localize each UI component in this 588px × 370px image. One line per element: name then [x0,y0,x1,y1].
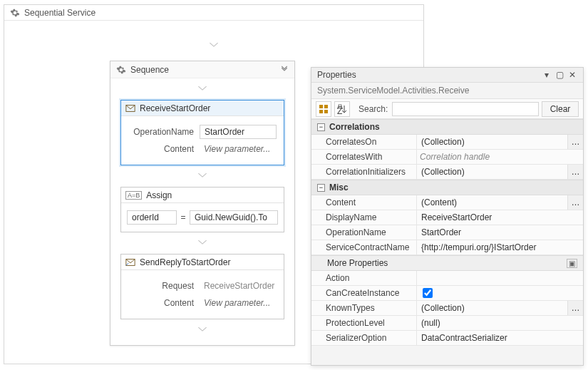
prop-row-operationname: OperationName [311,225,583,240]
properties-titlebar[interactable]: Properties ▾ ▢ ✕ [311,68,583,83]
prop-value-input[interactable] [420,210,580,225]
content-label: Content [128,298,200,308]
prop-row-cancreateinstance: CanCreateInstance [311,286,583,301]
category-correlations[interactable]: − Correlations [311,119,583,135]
sequence-title: Sequence [130,65,280,75]
category-misc[interactable]: − Misc [311,180,583,195]
prop-row-protectionlevel: ProtectionLevel [311,316,583,331]
assign-icon: A=B [125,191,142,200]
prop-row-content: Content… [311,195,583,210]
ellipsis-button[interactable]: … [567,135,583,149]
prop-value-input[interactable] [420,195,564,210]
properties-panel: Properties ▾ ▢ ✕ System.ServiceModel.Act… [311,67,584,366]
prop-value-input[interactable] [420,301,564,315]
request-value: ReceiveStartOrder [200,279,279,293]
cancreateinstance-checkbox[interactable] [423,288,433,298]
envelope-reply-icon [125,257,135,267]
maximize-icon[interactable]: ▢ [555,70,564,80]
close-icon[interactable]: ✕ [567,70,577,80]
prop-row-correlateswith: CorrelatesWithCorrelation handle [311,150,583,165]
prop-row-action: Action [311,271,583,286]
search-input[interactable] [392,102,539,116]
sendreply-activity[interactable]: SendReplyToStartOrder Request ReceiveSta… [120,254,284,319]
view-parameter-link[interactable]: View parameter... [200,142,277,156]
svg-rect-4 [319,110,323,113]
properties-type: System.ServiceModel.Activities.Receive [311,83,583,99]
search-label: Search: [359,104,388,114]
dropdown-icon[interactable]: ▾ [542,70,552,80]
assign-activity[interactable]: A=B Assign orderId = Guid.NewGuid().To [120,187,284,232]
drop-indicator-icon [197,84,208,94]
content-label: Content [128,144,200,154]
prop-value-input[interactable] [420,271,580,285]
prop-row-serializeroption: SerializerOption [311,331,583,346]
prop-row-correlationinitializers: CorrelationInitializers… [311,165,583,180]
prop-value-input[interactable] [420,316,580,330]
properties-title: Properties [317,70,539,80]
assign-title: Assign [146,190,172,200]
ellipsis-button[interactable]: … [567,195,583,210]
assign-lhs-input[interactable]: orderId [127,210,177,225]
prop-row-servicecontractname: ServiceContractName [311,240,583,255]
receive-header[interactable]: ReceiveStartOrder [121,101,284,116]
expand-more-icon[interactable]: ▣ [567,259,577,268]
prop-value-input[interactable] [420,165,564,179]
prop-row-displayname: DisplayName [311,210,583,225]
category-more-properties[interactable]: More Properties ▣ [311,255,583,271]
sequential-service-title: Sequential Service [24,8,96,18]
operationname-label: OperationName [128,127,200,137]
categorize-button[interactable] [316,101,331,117]
sequential-service-header: Sequential Service [4,5,423,21]
prop-value-input[interactable] [420,331,580,345]
gear-icon [10,8,20,18]
request-label: Request [128,281,200,291]
prop-row-correlateson: CorrelatesOn… [311,135,583,150]
assign-header[interactable]: A=B Assign [121,187,284,203]
envelope-icon [125,103,135,113]
ellipsis-button[interactable]: … [567,301,583,315]
collapse-icon[interactable]: − [317,184,325,192]
receive-activity[interactable]: ReceiveStartOrder OperationName StartOrd… [120,100,284,165]
sequence-header[interactable]: Sequence [110,61,294,78]
receive-title: ReceiveStartOrder [140,103,210,113]
drop-indicator-icon [197,238,208,248]
svg-rect-5 [324,110,328,113]
svg-rect-3 [324,105,328,108]
sendreply-title: SendReplyToStartOrder [140,257,230,267]
view-parameter-link[interactable]: View parameter... [200,296,277,310]
svg-rect-2 [319,105,323,108]
prop-value-input[interactable] [420,225,580,240]
sequence-activity[interactable]: Sequence ReceiveStartOrder Ope [110,61,295,346]
equals-label: = [177,212,190,222]
properties-toolbar: AZ Search: Clear [311,99,583,119]
drop-indicator-icon [197,171,208,181]
sendreply-header[interactable]: SendReplyToStartOrder [121,255,284,270]
svg-text:Z: Z [337,106,342,114]
prop-value-input[interactable] [420,135,564,149]
sort-button[interactable]: AZ [334,101,350,117]
drop-indicator-icon [208,41,220,51]
prop-placeholder[interactable]: Correlation handle [420,152,490,162]
collapse-icon[interactable]: − [317,123,325,131]
drop-indicator-icon [197,325,208,335]
collapse-icon[interactable] [280,64,289,75]
clear-button[interactable]: Clear [542,101,579,117]
prop-value-input[interactable] [420,240,580,255]
assign-rhs-input[interactable]: Guid.NewGuid().To [190,210,278,225]
ellipsis-button[interactable]: … [567,165,583,179]
operationname-input[interactable]: StartOrder [200,125,277,139]
gear-icon [116,65,126,75]
prop-row-knowntypes: KnownTypes… [311,301,583,316]
